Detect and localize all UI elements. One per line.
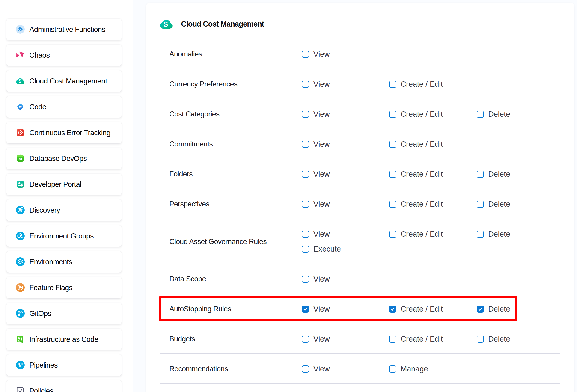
- permission-row-commitments: CommitmentsViewCreate / Edit: [160, 129, 560, 159]
- permissions-panel: $ Cloud Cost Management AnomaliesViewCur…: [146, 3, 574, 392]
- permission-cloud-asset-governance-rules-create-edit[interactable]: Create / Edit: [389, 230, 443, 238]
- sidebar-item-feature-flags[interactable]: Feature Flags: [6, 277, 122, 298]
- checkbox-unchecked[interactable]: [302, 246, 309, 253]
- panel-title: Cloud Cost Management: [181, 20, 264, 28]
- permission-label: Create / Edit: [400, 110, 443, 118]
- sidebar-item-label: Developer Portal: [29, 180, 81, 189]
- permission-recommendations-manage[interactable]: Manage: [389, 364, 428, 373]
- permission-label: View: [313, 140, 330, 148]
- sidebar-item-environments[interactable]: Environments: [6, 251, 122, 273]
- permission-cost-categories-create-edit[interactable]: Create / Edit: [389, 110, 443, 118]
- permission-label: Execute: [313, 245, 341, 253]
- permission-folders-create-edit[interactable]: Create / Edit: [389, 170, 443, 178]
- checkbox-unchecked[interactable]: [302, 51, 309, 58]
- permission-budgets-delete[interactable]: Delete: [477, 335, 510, 343]
- permission-cost-categories-view[interactable]: View: [302, 110, 330, 118]
- sidebar-item-continuous-error-tracking[interactable]: Continuous Error Tracking: [6, 122, 122, 143]
- sidebar-item-developer-portal[interactable]: Developer Portal: [6, 174, 122, 195]
- permission-budgets-view[interactable]: View: [302, 335, 330, 343]
- permission-data-scope-view[interactable]: View: [302, 275, 330, 284]
- sidebar-item-environment-groups[interactable]: Environment Groups: [6, 225, 122, 247]
- permission-perspectives-view[interactable]: View: [302, 200, 330, 209]
- checkbox-unchecked[interactable]: [389, 201, 396, 208]
- permission-perspectives-delete[interactable]: Delete: [477, 200, 510, 209]
- permission-row-anomalies: AnomaliesView: [160, 39, 560, 69]
- policies-check-icon: [16, 387, 25, 392]
- checkbox-unchecked[interactable]: [302, 276, 309, 283]
- sidebar-item-label: Chaos: [29, 51, 50, 60]
- permission-row-currency-preferences: Currency PreferencesViewCreate / Edit: [160, 69, 560, 99]
- highlight-box: [159, 296, 517, 321]
- permission-budgets-create-edit[interactable]: Create / Edit: [389, 335, 443, 343]
- permission-row-budgets: BudgetsViewCreate / EditDelete: [160, 324, 560, 354]
- permission-cloud-asset-governance-rules-view[interactable]: View: [302, 230, 330, 238]
- permission-cloud-asset-governance-rules-execute[interactable]: Execute: [302, 245, 341, 253]
- sidebar-item-label: Environment Groups: [29, 232, 94, 240]
- sidebar-item-chaos[interactable]: Chaos: [6, 44, 122, 66]
- sidebar-item-administrative-functions[interactable]: Administrative Functions: [6, 19, 122, 40]
- sidebar-item-policies[interactable]: Policies: [6, 380, 122, 392]
- permission-currency-preferences-view[interactable]: View: [302, 80, 330, 89]
- permission-recommendations-view[interactable]: View: [302, 364, 330, 373]
- permission-commitments-create-edit[interactable]: Create / Edit: [389, 140, 443, 148]
- permission-row-label: Folders: [169, 170, 193, 178]
- permission-label: Create / Edit: [400, 230, 443, 238]
- permission-perspectives-create-edit[interactable]: Create / Edit: [389, 200, 443, 209]
- permission-label: View: [313, 200, 330, 209]
- sidebar-item-label: Policies: [29, 387, 53, 392]
- checkbox-unchecked[interactable]: [302, 141, 309, 148]
- sidebar-item-infrastructure-as-code[interactable]: Infrastructure as Code: [6, 329, 122, 350]
- permission-row-recommendations: RecommendationsViewManage: [160, 354, 560, 384]
- permission-anomalies-view[interactable]: View: [302, 50, 330, 59]
- permission-commitments-view[interactable]: View: [302, 140, 330, 148]
- permission-cost-categories-delete[interactable]: Delete: [477, 110, 510, 118]
- git-branch-icon: [16, 309, 25, 318]
- checkbox-unchecked[interactable]: [477, 231, 484, 238]
- gear-icon: [16, 25, 25, 34]
- checkbox-unchecked[interactable]: [302, 111, 309, 118]
- checkbox-unchecked[interactable]: [477, 201, 484, 208]
- permission-folders-view[interactable]: View: [302, 170, 330, 178]
- permission-currency-preferences-create-edit[interactable]: Create / Edit: [389, 80, 443, 89]
- sidebar-item-database-devops[interactable]: ∞Database DevOps: [6, 148, 122, 169]
- permission-row-label: Anomalies: [169, 50, 202, 58]
- permission-cloud-asset-governance-rules-delete[interactable]: Delete: [477, 230, 510, 238]
- checkbox-unchecked[interactable]: [389, 171, 396, 178]
- checkbox-unchecked[interactable]: [302, 365, 309, 373]
- checkbox-unchecked[interactable]: [389, 111, 396, 118]
- cloud-dollar-icon: $: [16, 76, 25, 85]
- checkbox-unchecked[interactable]: [477, 111, 484, 118]
- checkbox-unchecked[interactable]: [302, 201, 309, 208]
- checkbox-unchecked[interactable]: [389, 365, 396, 373]
- sidebar-item-label: Database DevOps: [29, 154, 87, 163]
- permission-folders-delete[interactable]: Delete: [477, 170, 510, 178]
- permission-row-cost-categories: Cost CategoriesViewCreate / EditDelete: [160, 99, 560, 129]
- permission-row-label: Currency Preferences: [169, 80, 237, 88]
- iac-nodes-icon: [16, 335, 25, 344]
- checkbox-unchecked[interactable]: [302, 231, 309, 238]
- sidebar-item-code[interactable]: </>Code: [6, 96, 122, 118]
- checkbox-unchecked[interactable]: [477, 171, 484, 178]
- svg-text:∞: ∞: [18, 156, 22, 162]
- sidebar-item-gitops[interactable]: GitOps: [6, 303, 122, 324]
- checkbox-unchecked[interactable]: [389, 231, 396, 238]
- permission-label: Create / Edit: [400, 200, 443, 209]
- svg-text:</>: </>: [18, 105, 22, 108]
- permission-label: Delete: [488, 230, 510, 238]
- sidebar-item-pipelines[interactable]: Pipelines: [6, 355, 122, 376]
- checkbox-unchecked[interactable]: [302, 81, 309, 88]
- sidebar-item-cloud-cost-management[interactable]: $Cloud Cost Management: [6, 70, 122, 92]
- checkbox-unchecked[interactable]: [389, 81, 396, 88]
- permission-label: Create / Edit: [400, 140, 443, 148]
- checkbox-unchecked[interactable]: [302, 335, 309, 343]
- checkbox-unchecked[interactable]: [389, 335, 396, 343]
- checkbox-unchecked[interactable]: [302, 171, 309, 178]
- checkbox-unchecked[interactable]: [477, 335, 484, 343]
- error-target-icon: [16, 128, 25, 137]
- sidebar-item-discovery[interactable]: Discovery: [6, 199, 122, 221]
- permission-row-label: Recommendations: [169, 364, 228, 373]
- permission-row-label: Cost Categories: [169, 110, 219, 118]
- checkbox-unchecked[interactable]: [389, 141, 396, 148]
- permission-label: View: [313, 335, 330, 343]
- permission-row-perspectives: PerspectivesViewCreate / EditDelete: [160, 189, 560, 219]
